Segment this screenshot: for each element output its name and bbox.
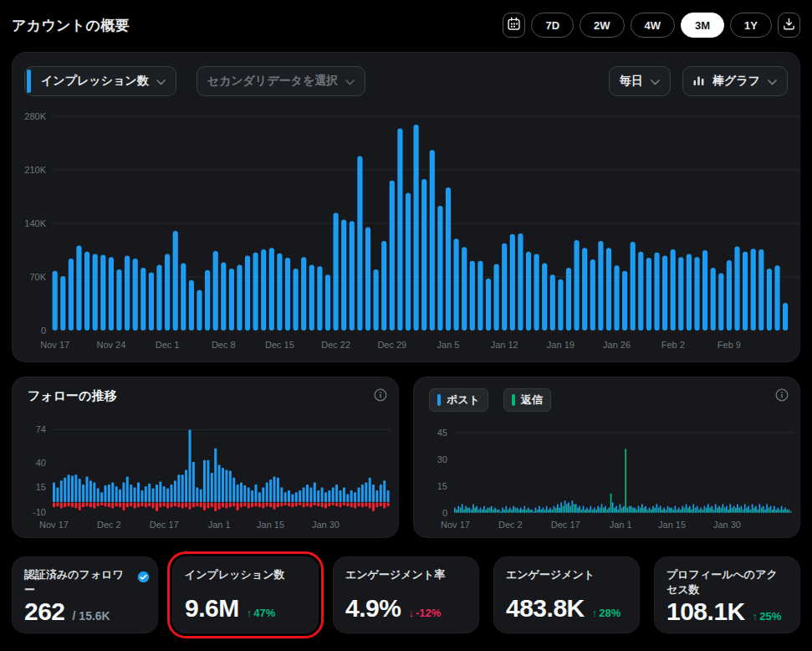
- stat-delta: ↑28%: [592, 607, 621, 619]
- stat-delta: ↓-12%: [408, 607, 441, 619]
- range-3m-button[interactable]: 3M: [681, 13, 724, 38]
- chart-type-select[interactable]: 棒グラフ: [682, 66, 788, 96]
- analytics-page: アカウントの概要 7D 2W 4W: [0, 0, 812, 633]
- stat-card-profile-visits[interactable]: プロフィールへのアクセス数 108.1K ↑25%: [654, 556, 800, 633]
- svg-text:140K: 140K: [24, 218, 46, 228]
- range-7d-button[interactable]: 7D: [531, 13, 574, 38]
- series-返信[interactable]: [456, 449, 791, 513]
- svg-text:0: 0: [41, 326, 46, 336]
- svg-text:Dec 29: Dec 29: [377, 340, 406, 350]
- stat-card-impressions[interactable]: インプレッション数 9.6M ↑47%: [172, 556, 319, 633]
- svg-text:Jan 1: Jan 1: [208, 520, 231, 530]
- range-1y-button[interactable]: 1Y: [730, 13, 772, 38]
- chevron-down-icon: [651, 74, 660, 88]
- primary-metric-select[interactable]: インプレッション数: [24, 66, 176, 96]
- down-arrow-icon: ↓: [408, 607, 414, 619]
- posts-replies-card: ポスト 返信 4530150Nov 17Dec 2Dec 17Jan 1Jan …: [413, 377, 800, 538]
- legend-chip-replies[interactable]: 返信: [503, 388, 551, 412]
- metric-accent-bar: [27, 69, 31, 93]
- stat-value: 9.6M: [185, 594, 239, 623]
- svg-text:Jan 5: Jan 5: [437, 340, 460, 350]
- verified-badge-icon: [137, 571, 150, 587]
- svg-text:Dec 2: Dec 2: [97, 520, 121, 530]
- chart-legend: ポスト 返信: [429, 388, 551, 412]
- range-4w-button[interactable]: 4W: [631, 13, 676, 38]
- impression-bars[interactable]: [53, 125, 789, 331]
- stat-card-engagements[interactable]: エンゲージメント 483.8K ↑28%: [493, 556, 640, 633]
- svg-text:74: 74: [36, 424, 46, 434]
- y-axis: 4530150: [437, 428, 794, 518]
- primary-metric-label: インプレッション数: [41, 74, 149, 89]
- series-follows[interactable]: [53, 429, 390, 502]
- up-arrow-icon: ↑: [753, 610, 758, 623]
- svg-text:Jan 30: Jan 30: [312, 520, 340, 530]
- svg-text:40: 40: [36, 458, 46, 468]
- stat-card-engagement-rate[interactable]: エンゲージメント率 4.9% ↓-12%: [333, 556, 479, 633]
- info-icon[interactable]: [374, 388, 387, 405]
- svg-text:15: 15: [437, 481, 447, 491]
- stat-label: プロフィールへのアクセス数: [666, 567, 788, 597]
- download-icon: [782, 17, 796, 33]
- chart-type-label: 棒グラフ: [712, 74, 760, 89]
- stat-label: インプレッション数: [185, 567, 306, 582]
- x-axis: Nov 17Dec 2Dec 17Jan 1Jan 15Jan 30: [39, 520, 340, 530]
- svg-text:Nov 24: Nov 24: [96, 340, 125, 350]
- header: アカウントの概要 7D 2W 4W: [12, 0, 800, 50]
- interval-label: 毎日: [620, 74, 643, 89]
- svg-text:15: 15: [36, 482, 46, 492]
- svg-text:Dec 17: Dec 17: [150, 520, 179, 530]
- stat-card-verified-followers[interactable]: 認証済みのフォロワー 262 / 15.6K: [12, 556, 158, 633]
- posts-legend-mark: [437, 394, 441, 406]
- small-charts-row: フォローの推移 744015-10Nov 17Dec 2Dec 17Jan 1J…: [12, 377, 800, 538]
- svg-text:Jan 19: Jan 19: [547, 340, 575, 350]
- svg-text:Dec 15: Dec 15: [265, 340, 294, 350]
- svg-text:Nov 17: Nov 17: [40, 340, 69, 350]
- stat-label: エンゲージメント: [506, 567, 627, 582]
- interval-select[interactable]: 毎日: [609, 66, 671, 96]
- replies-legend-label: 返信: [521, 392, 543, 408]
- impressions-bar-chart[interactable]: 280K210K140K70K0Nov 17Nov 24Dec 1Dec 8De…: [13, 53, 799, 361]
- stat-value: 262: [24, 597, 65, 626]
- svg-text:Jan 12: Jan 12: [491, 340, 518, 350]
- up-arrow-icon: ↑: [247, 607, 253, 619]
- follower-trend-title: フォローの推移: [28, 388, 116, 404]
- legend-chip-posts[interactable]: ポスト: [429, 388, 488, 412]
- svg-text:Dec 2: Dec 2: [498, 520, 523, 530]
- svg-text:Jan 30: Jan 30: [713, 520, 741, 530]
- series-unfollows[interactable]: [53, 503, 390, 512]
- svg-text:30: 30: [437, 454, 447, 464]
- svg-text:-10: -10: [33, 507, 46, 517]
- calendar-icon: [507, 17, 521, 33]
- download-button[interactable]: [778, 13, 800, 38]
- range-2w-button[interactable]: 2W: [580, 13, 625, 38]
- stat-value: 483.8K: [506, 594, 585, 623]
- chevron-down-icon: [768, 74, 777, 88]
- stat-cards-row: 認証済みのフォロワー 262 / 15.6K インプレッション数 9.6M ↑4…: [12, 556, 800, 633]
- x-axis: Nov 17Nov 24Dec 1Dec 8Dec 15Dec 22Dec 29…: [40, 340, 741, 350]
- stat-value: 4.9%: [345, 594, 401, 623]
- info-icon[interactable]: [775, 388, 789, 405]
- stat-label: エンゲージメント率: [345, 567, 467, 582]
- secondary-metric-select[interactable]: セカンダリデータを選択: [197, 66, 366, 96]
- svg-text:0: 0: [442, 508, 447, 518]
- stat-value: 108.1K: [666, 597, 745, 626]
- svg-text:Jan 1: Jan 1: [610, 520, 632, 530]
- stat-label: 認証済みのフォロワー: [24, 567, 146, 597]
- svg-text:Dec 8: Dec 8: [212, 340, 236, 350]
- stat-delta: ↑47%: [247, 607, 276, 619]
- bar-chart-icon: [693, 74, 705, 88]
- posts-legend-label: ポスト: [447, 392, 480, 408]
- svg-text:Feb 2: Feb 2: [661, 340, 685, 350]
- svg-text:Dec 1: Dec 1: [156, 340, 180, 350]
- date-picker-button[interactable]: [503, 13, 525, 38]
- page-title: アカウントの概要: [12, 16, 130, 35]
- impressions-chart-card: インプレッション数 セカンダリデータを選択 毎日: [12, 52, 800, 362]
- stat-delta: ↑25%: [753, 610, 782, 623]
- stat-total: / 15.6K: [73, 609, 110, 623]
- secondary-metric-label: セカンダリデータを選択: [207, 74, 339, 89]
- chevron-down-icon: [345, 74, 355, 88]
- up-arrow-icon: ↑: [592, 607, 598, 619]
- svg-text:Feb 9: Feb 9: [718, 340, 741, 350]
- svg-text:70K: 70K: [29, 272, 46, 282]
- svg-text:Jan 15: Jan 15: [658, 520, 686, 530]
